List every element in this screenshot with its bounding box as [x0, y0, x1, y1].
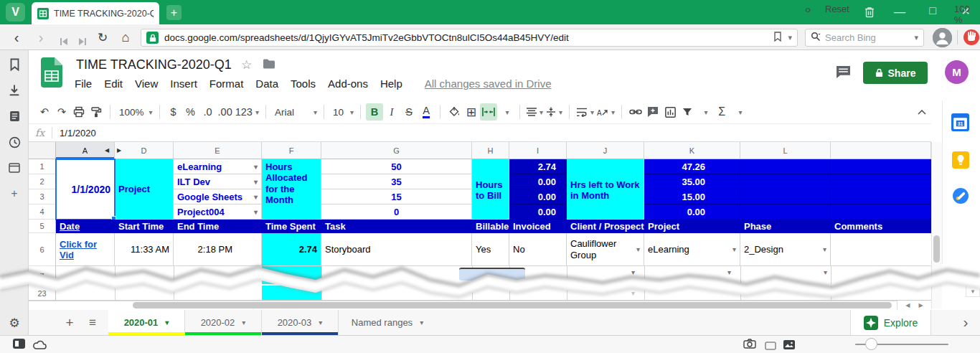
- reload-button[interactable]: ↻: [95, 29, 110, 46]
- chevron-down-icon[interactable]: ▾: [732, 245, 736, 253]
- add-web-panel-button[interactable]: +: [7, 187, 22, 201]
- menu-file[interactable]: File: [75, 77, 92, 90]
- cell-M3[interactable]: [831, 189, 931, 204]
- cell-G2[interactable]: 35: [321, 174, 472, 189]
- new-tab-button[interactable]: +: [166, 5, 182, 20]
- merge-cells-button[interactable]: [480, 103, 497, 121]
- scroll-left-icon[interactable]: ◀: [905, 302, 910, 309]
- cell-H6-billable[interactable]: Yes: [472, 233, 509, 266]
- cell-L6-phase[interactable]: 2_Design▾: [740, 233, 831, 266]
- cell-D6-start-time[interactable]: 11:33 AM: [115, 233, 174, 266]
- address-bar[interactable]: docs.google.com/spreadsheets/d/1QjyIGYvA…: [141, 29, 798, 47]
- chevron-down-icon[interactable]: ▾: [824, 268, 827, 276]
- browser-profile-avatar[interactable]: [933, 28, 952, 47]
- filter-dropdown[interactable]: ▾: [696, 103, 713, 121]
- all-sheets-button[interactable]: ≡: [83, 314, 102, 332]
- cell-L4[interactable]: [740, 204, 831, 220]
- add-sheet-button[interactable]: +: [60, 314, 79, 332]
- column-header-H[interactable]: H: [472, 142, 509, 159]
- cell-L2[interactable]: [740, 174, 831, 189]
- merge-dropdown[interactable]: ▾: [497, 103, 514, 121]
- chevron-down-icon[interactable]: ▾: [636, 245, 640, 254]
- cell-E3-project-option[interactable]: Google Sheets▾: [174, 189, 262, 204]
- cell-I6-invoiced[interactable]: No: [509, 233, 567, 266]
- redo-button[interactable]: ↷: [53, 103, 70, 121]
- menu-view[interactable]: View: [135, 77, 158, 90]
- chevron-down-icon[interactable]: ▾: [420, 319, 423, 326]
- document-title[interactable]: TIME TRACKING-2020-Q1: [76, 57, 232, 72]
- chevron-down-icon[interactable]: ▾: [165, 319, 169, 326]
- header-end-time[interactable]: End Time: [177, 221, 219, 232]
- keep-icon[interactable]: [951, 151, 969, 169]
- collapse-toolbar-button[interactable]: [915, 106, 928, 118]
- cell-G3[interactable]: 15: [321, 189, 472, 204]
- sheets-logo-icon[interactable]: [39, 57, 64, 91]
- trash-icon[interactable]: [861, 4, 878, 20]
- cell-F23[interactable]: [262, 286, 321, 301]
- format-currency-button[interactable]: $: [165, 103, 182, 121]
- cell-G1[interactable]: 50: [321, 159, 472, 174]
- panel-settings-gear-icon[interactable]: ⚙: [7, 316, 22, 330]
- hidden-columns-collapse-icon[interactable]: ◀: [105, 147, 109, 154]
- cell-I1[interactable]: 2.74: [509, 159, 567, 174]
- cell-E6-end-time[interactable]: 2:18 PM: [174, 233, 262, 266]
- explore-button[interactable]: Explore: [850, 310, 931, 335]
- cell-G4[interactable]: 0: [321, 204, 472, 220]
- font-size-select[interactable]: 10▾: [329, 103, 355, 121]
- bookmark-icon[interactable]: [773, 32, 782, 44]
- cell-M4[interactable]: [831, 204, 931, 220]
- fill-color-button[interactable]: [446, 103, 463, 121]
- chevron-down-icon[interactable]: ▾: [631, 268, 635, 276]
- menu-edit[interactable]: Edit: [104, 77, 123, 90]
- menu-help[interactable]: Help: [380, 77, 402, 90]
- cell-G6-task[interactable]: Storyboard: [321, 233, 472, 266]
- row-header-5[interactable]: 5: [29, 220, 56, 233]
- functions-dropdown[interactable]: ▾: [730, 103, 748, 121]
- urlbar-dropdown-icon[interactable]: ▾: [788, 33, 792, 42]
- menu-addons[interactable]: Add-ons: [328, 77, 368, 90]
- comment-history-icon[interactable]: [836, 65, 851, 82]
- sync-cloud-icon[interactable]: [33, 339, 47, 352]
- cell-I3[interactable]: 0.00: [509, 189, 567, 204]
- cell-D1-project-label[interactable]: Project: [115, 159, 174, 220]
- cell-M1[interactable]: [831, 159, 931, 174]
- row-header-7[interactable]: 7: [29, 266, 56, 286]
- cell-H1-hours-to-bill-label[interactable]: Hours to Bill: [472, 159, 509, 220]
- chevron-down-icon[interactable]: ▾: [823, 245, 826, 253]
- borders-button[interactable]: ⊞: [463, 103, 480, 121]
- select-all-corner[interactable]: [29, 142, 56, 159]
- search-placeholder[interactable]: Search Bing: [825, 32, 910, 43]
- cell-L3[interactable]: [740, 189, 831, 204]
- header-project[interactable]: Project: [648, 221, 679, 232]
- header-phase[interactable]: Phase: [744, 221, 771, 232]
- browser-tab[interactable]: TIME TRACKING-2020-Q1 -: [32, 2, 159, 24]
- vertical-scrollbar[interactable]: [931, 142, 942, 309]
- column-header-K[interactable]: K: [644, 142, 740, 159]
- cell-I2[interactable]: 0.00: [509, 174, 567, 189]
- search-dropdown-icon[interactable]: ▾: [914, 33, 918, 42]
- paint-format-button[interactable]: [88, 103, 105, 121]
- text-wrap-button[interactable]: ▾: [575, 103, 595, 121]
- row-header-23[interactable]: 23: [29, 286, 56, 301]
- history-panel-icon[interactable]: [7, 135, 22, 149]
- zoom-reset-button[interactable]: Reset: [825, 4, 849, 14]
- cell-A1-date[interactable]: 1/1/2020: [56, 159, 115, 220]
- forward-button[interactable]: ›: [33, 29, 49, 46]
- header-time-spent[interactable]: Time Spent: [265, 221, 316, 232]
- chevron-down-icon[interactable]: ▾: [254, 163, 258, 171]
- chevron-down-icon[interactable]: ▾: [824, 289, 827, 297]
- menu-format[interactable]: Format: [209, 77, 244, 90]
- cell-F7[interactable]: [262, 266, 321, 286]
- vertical-scrollbar-thumb[interactable]: [933, 235, 940, 263]
- rewind-button[interactable]: [56, 33, 72, 50]
- header-start-time[interactable]: Start Time: [118, 221, 164, 232]
- chevron-down-icon[interactable]: ▾: [242, 319, 245, 326]
- font-select[interactable]: Arial▾: [271, 103, 319, 121]
- increase-decimal-button[interactable]: .00: [217, 103, 234, 121]
- url-text[interactable]: docs.google.com/spreadsheets/d/1QjyIGYvA…: [164, 32, 768, 43]
- cell-K4[interactable]: 0.00: [644, 204, 740, 220]
- cell-I4[interactable]: 0.00: [509, 204, 567, 220]
- column-header-G[interactable]: G: [321, 142, 472, 159]
- sheet-tab-named-ranges[interactable]: Named ranges▾: [339, 310, 436, 335]
- row-header-2[interactable]: 2: [29, 174, 56, 189]
